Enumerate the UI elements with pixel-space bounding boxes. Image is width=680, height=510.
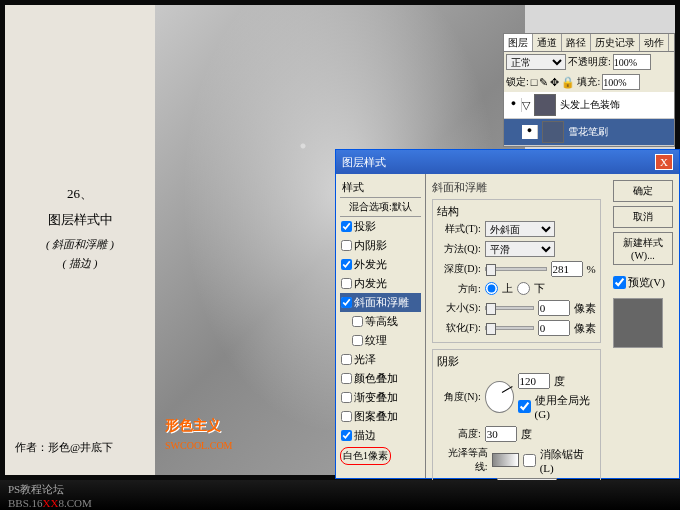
style-label: 渐变叠加 [354,390,398,405]
depth-label: 深度(D): [437,262,481,276]
style-label: 样式(T): [437,222,481,236]
dir-down-label: 下 [534,281,545,296]
step-title: 图层样式中 [5,211,155,229]
layer-thumb [542,121,564,143]
size-slider[interactable] [485,306,534,310]
layers-panel: 图层 通道 路径 历史记录 动作 正常 不透明度: 锁定: □ ✎ ✥ 🔒 填充… [503,33,675,147]
dialog-titlebar[interactable]: 图层样式 X [336,150,679,174]
deg-unit2: 度 [521,427,532,442]
depth-slider[interactable] [485,267,547,271]
style-描边[interactable]: 描边 [340,426,421,445]
gloss-contour[interactable] [492,453,519,467]
style-checkbox[interactable] [341,240,352,251]
tab-paths[interactable]: 路径 [562,34,591,51]
author-credit: 作者：形色@井底下 [15,440,113,455]
pct-unit: % [587,263,596,275]
style-checkbox[interactable] [352,335,363,346]
style-内发光[interactable]: 内发光 [340,274,421,293]
style-label: 外发光 [354,257,387,272]
style-斜面和浮雕[interactable]: 斜面和浮雕 [340,293,421,312]
style-等高线[interactable]: 等高线 [340,312,421,331]
style-label: 斜面和浮雕 [354,295,409,310]
angle-label: 角度(N): [437,390,481,404]
fill-label: 填充: [577,75,600,89]
style-label: 内发光 [354,276,387,291]
footer-title: PS教程论坛 [8,482,672,497]
style-纹理[interactable]: 纹理 [340,331,421,350]
dialog-title: 图层样式 [342,155,386,170]
visibility-icon[interactable]: ● [522,125,538,139]
fill-input[interactable] [602,74,640,90]
style-checkbox[interactable] [341,297,352,308]
style-checkbox[interactable] [341,430,352,441]
style-checkbox[interactable] [341,392,352,403]
lock-paint-icon[interactable]: ✎ [539,76,548,89]
style-光泽[interactable]: 光泽 [340,350,421,369]
style-label: 投影 [354,219,376,234]
layer-name: 头发上色装饰 [560,98,620,112]
technique-label: 方法(Q): [437,242,481,256]
soften-label: 软化(F): [437,321,481,335]
options-panel: 斜面和浮雕 结构 样式(T):外斜面 方法(Q):平滑 深度(D):% 方向:上… [426,174,607,478]
folder-toggle-icon[interactable]: ▽ [522,99,530,112]
style-checkbox[interactable] [341,373,352,384]
antialiasing-label: 消除锯齿(L) [540,447,596,474]
technique-select[interactable]: 平滑 [485,241,555,257]
global-light-checkbox[interactable] [518,400,531,413]
lock-label: 锁定: [506,75,529,89]
lock-move-icon[interactable]: ✥ [550,76,559,89]
soften-slider[interactable] [485,326,534,330]
lock-trans-icon[interactable]: □ [531,76,538,88]
ok-button[interactable]: 确定 [613,180,673,202]
blend-mode-select[interactable]: 正常 [506,54,566,70]
style-颜色叠加[interactable]: 颜色叠加 [340,369,421,388]
styles-header: 样式 [340,178,421,198]
style-投影[interactable]: 投影 [340,217,421,236]
altitude-input[interactable] [485,426,517,442]
layer-item[interactable]: ● 雪花笔刷 [504,119,674,146]
style-checkbox[interactable] [341,278,352,289]
dir-up-radio[interactable] [485,282,498,295]
tab-history[interactable]: 历史记录 [591,34,640,51]
opacity-input[interactable] [613,54,651,70]
tab-actions[interactable]: 动作 [640,34,669,51]
close-button[interactable]: X [655,154,673,170]
size-label: 大小(S): [437,301,481,315]
antialiasing-checkbox[interactable] [523,454,536,467]
footer-url: BBS.16XX8.COM [8,497,672,509]
styles-list: 样式 混合选项:默认 投影内阴影外发光内发光斜面和浮雕等高线纹理光泽颜色叠加渐变… [336,174,426,478]
step-note-2: ( 描边 ) [5,256,155,271]
style-checkbox[interactable] [341,221,352,232]
page-footer: PS教程论坛 BBS.16XX8.COM [0,480,680,510]
cancel-button[interactable]: 取消 [613,206,673,228]
new-style-button[interactable]: 新建样式(W)... [613,232,673,265]
size-input[interactable] [538,300,570,316]
visibility-icon[interactable]: ● [506,98,522,112]
watermark-logo: 形色主义 [165,417,221,435]
style-label: 颜色叠加 [354,371,398,386]
soften-input[interactable] [538,320,570,336]
preview-checkbox[interactable] [613,276,626,289]
layer-item[interactable]: ● ▽ 头发上色装饰 [504,92,674,119]
blend-options[interactable]: 混合选项:默认 [340,198,421,217]
style-外发光[interactable]: 外发光 [340,255,421,274]
style-checkbox[interactable] [341,411,352,422]
style-checkbox[interactable] [341,259,352,270]
dir-down-radio[interactable] [517,282,530,295]
style-checkbox[interactable] [341,354,352,365]
style-checkbox[interactable] [352,316,363,327]
style-label: 光泽 [354,352,376,367]
lock-all-icon[interactable]: 🔒 [561,76,575,89]
tutorial-caption: 26、 图层样式中 ( 斜面和浮雕 ) ( 描边 ) 作者：形色@井底下 [5,5,155,475]
style-图案叠加[interactable]: 图案叠加 [340,407,421,426]
angle-dial[interactable] [485,381,514,413]
depth-input[interactable] [551,261,583,277]
style-内阴影[interactable]: 内阴影 [340,236,421,255]
altitude-label: 高度: [437,427,481,441]
style-渐变叠加[interactable]: 渐变叠加 [340,388,421,407]
tab-channels[interactable]: 通道 [533,34,562,51]
style-select[interactable]: 外斜面 [485,221,555,237]
tab-layers[interactable]: 图层 [504,34,533,51]
global-light-label: 使用全局光(G) [535,393,596,420]
angle-input[interactable] [518,373,550,389]
